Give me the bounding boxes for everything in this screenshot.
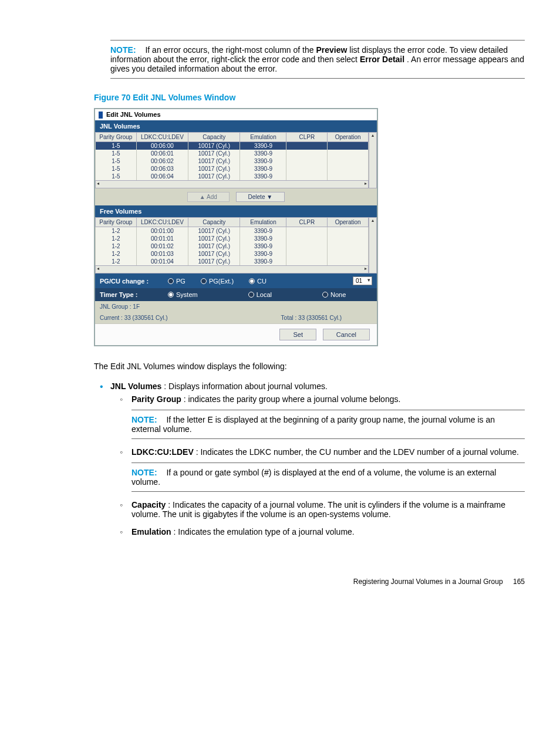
term-parity-group-desc: : indicates the parity group where a jou… [184,394,401,404]
table-row[interactable]: 1-200:01:0110017 (Cyl.)3390-9 [96,235,369,242]
col-capacity[interactable]: Capacity [188,218,240,227]
free-volumes-table: Parity Group LDKC:CU:LDEV Capacity Emula… [95,217,369,265]
current-count: Current : 33 (330561 Cyl.) [100,315,168,321]
col-emulation[interactable]: Emulation [240,218,286,227]
dialog-title: Edit JNL Volumes [95,109,377,120]
note-block: NOTE: If the letter E is displayed at th… [131,410,525,439]
note-label: NOTE: [131,415,157,424]
term-jnl-volumes: JNL Volumes [110,382,161,391]
col-parity-group[interactable]: Parity Group [96,133,137,142]
horizontal-scrollbar[interactable]: ◂▸ [95,265,369,274]
note-label: NOTE: [131,468,157,477]
col-clpr[interactable]: CLPR [286,218,328,227]
table-row[interactable]: 1-500:06:0210017 (Cyl.)3390-9 [96,157,369,165]
note-text: If a pound or gate symbol (#) is display… [131,468,496,487]
footer-title: Registering Journal Volumes in a Journal… [353,578,503,586]
delete-button[interactable]: Delete ▼ [236,192,285,202]
table-row[interactable]: 1-200:01:0010017 (Cyl.)3390-9 [96,227,369,235]
term-capacity-desc: : Indicates the capacity of a journal vo… [131,500,505,519]
vertical-scrollbar[interactable] [369,217,377,274]
page-number: 165 [513,578,525,586]
col-clpr[interactable]: CLPR [286,133,328,142]
free-volumes-header: Free Volumes [95,205,377,217]
note-bold-2: Error Detail [360,55,404,64]
figure-caption: Figure 70 Edit JNL Volumes Window [94,93,525,102]
pgcu-radio-cu[interactable]: CU [249,278,266,285]
note-text: If the letter E is displayed at the begi… [131,415,495,434]
table-row[interactable]: 1-500:06:0410017 (Cyl.)3390-9 [96,173,369,180]
totals-status: Current : 33 (330561 Cyl.) Total : 33 (3… [95,312,377,323]
table-row[interactable]: 1-500:06:0010017 (Cyl.)3390-9 [96,142,369,150]
note-label: NOTE: [110,45,136,55]
edit-jnl-volumes-dialog: Edit JNL Volumes JNL Volumes Parity Grou… [94,108,378,346]
table-row[interactable]: 1-500:06:0310017 (Cyl.)3390-9 [96,165,369,173]
table-row[interactable]: 1-200:01:0210017 (Cyl.)3390-9 [96,242,369,250]
note-bold-1: Preview [316,45,347,55]
timer-label: Timer Type : [100,291,153,298]
timer-radio-local[interactable]: Local [248,291,272,298]
list-item: Emulation : Indicates the emulation type… [110,527,525,536]
pgcu-change-row: PG/CU change : PG PG(Ext.) CU 01 [95,274,377,288]
term-ldkc-desc: : Indicates the LDKC number, the CU numb… [196,447,519,457]
col-emulation[interactable]: Emulation [240,133,286,142]
col-ldkc[interactable]: LDKC:CU:LDEV [136,133,188,142]
set-button[interactable]: Set [279,329,316,340]
jnl-volumes-header: JNL Volumes [95,120,377,132]
note-block: NOTE: If a pound or gate symbol (#) is d… [131,463,525,492]
term-ldkc: LDKC:CU:LDEV [131,447,194,457]
term-emulation-desc: : Indicates the emulation type of a jour… [174,527,355,536]
add-button[interactable]: ▲ Add [187,192,230,202]
pgcu-radio-pg[interactable]: PG [168,278,185,285]
timer-radio-system[interactable]: System [168,291,198,298]
list-item: JNL Volumes : Displays information about… [94,382,525,536]
vertical-scrollbar[interactable] [369,132,377,188]
horizontal-scrollbar[interactable]: ◂▸ [95,180,369,188]
table-row[interactable]: 1-500:06:0110017 (Cyl.)3390-9 [96,150,369,157]
jnl-group-status: JNL Group : 1F [95,301,377,312]
list-item: Parity Group : indicates the parity grou… [110,394,525,439]
list-item: Capacity : Indicates the capacity of a j… [110,500,525,519]
col-operation[interactable]: Operation [328,133,369,142]
pgcu-label: PG/CU change : [100,278,153,285]
page-footer: Registering Journal Volumes in a Journal… [94,578,525,586]
term-jnl-volumes-desc: : Displays information about journal vol… [164,382,328,391]
timer-radio-none[interactable]: None [322,291,346,298]
col-capacity[interactable]: Capacity [188,133,240,142]
intro-text: The Edit JNL Volumes window displays the… [94,360,525,373]
col-operation[interactable]: Operation [328,218,369,227]
pgcu-radio-pgext[interactable]: PG(Ext.) [201,278,234,285]
col-parity-group[interactable]: Parity Group [96,218,137,227]
term-emulation: Emulation [131,527,171,536]
pgcu-value-select[interactable]: 01 [353,276,372,285]
list-item: LDKC:CU:LDEV : Indicates the LDKC number… [110,447,525,492]
note-block: NOTE: If an error occurs, the right-most… [110,40,525,79]
total-count: Total : 33 (330561 Cyl.) [281,315,342,321]
note-text-1: If an error occurs, the right-most colum… [145,45,316,55]
col-ldkc[interactable]: LDKC:CU:LDEV [136,218,188,227]
term-capacity: Capacity [131,500,166,509]
jnl-volumes-table: Parity Group LDKC:CU:LDEV Capacity Emula… [95,132,369,180]
cancel-button[interactable]: Cancel [323,329,370,340]
term-parity-group: Parity Group [131,394,181,404]
table-row[interactable]: 1-200:01:0310017 (Cyl.)3390-9 [96,250,369,258]
timer-type-row: Timer Type : System Local None [95,288,377,301]
table-row[interactable]: 1-200:01:0410017 (Cyl.)3390-9 [96,258,369,265]
